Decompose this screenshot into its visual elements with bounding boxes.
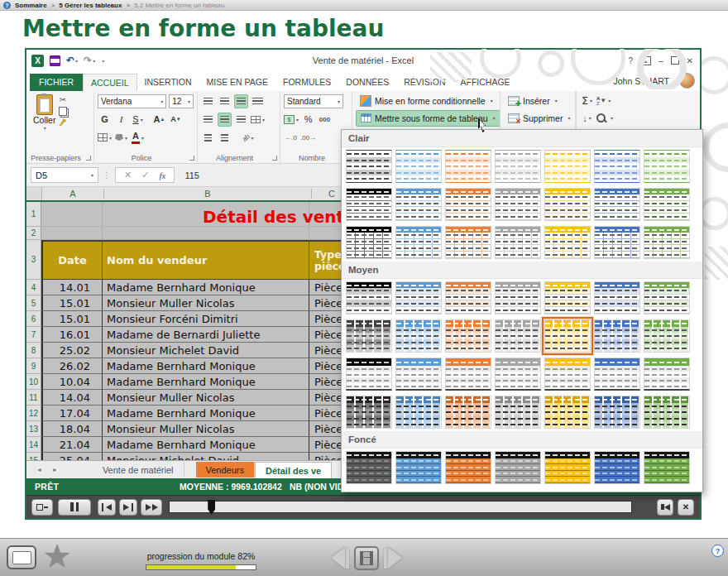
- table-style-swatch[interactable]: [594, 281, 640, 314]
- cell[interactable]: Madame Bernhard Monique: [103, 280, 309, 295]
- row-header[interactable]: 15: [26, 453, 41, 460]
- row-header[interactable]: 11: [26, 390, 41, 406]
- fill-down-icon[interactable]: ↓▾: [580, 111, 594, 125]
- table-style-swatch[interactable]: [594, 319, 640, 353]
- percent-icon[interactable]: %: [301, 113, 315, 127]
- decrease-decimal-icon[interactable]: .00→: [300, 131, 316, 145]
- cell[interactable]: Madame Bernhard Monique: [103, 437, 309, 453]
- table-style-swatch[interactable]: [544, 358, 591, 391]
- select-all-corner[interactable]: [26, 187, 42, 200]
- table-style-swatch[interactable]: [544, 396, 591, 429]
- table-style-swatch[interactable]: [346, 319, 392, 353]
- table-style-swatch[interactable]: [495, 150, 541, 183]
- table-style-swatch[interactable]: [495, 188, 541, 221]
- table-style-swatch[interactable]: [644, 319, 690, 353]
- table-style-swatch[interactable]: [495, 451, 541, 484]
- fill-color-icon[interactable]: ▾: [114, 131, 128, 145]
- tab-insertion[interactable]: INSERTION: [137, 74, 199, 91]
- format-painter-icon[interactable]: [59, 118, 66, 126]
- player-next-button[interactable]: [119, 499, 137, 516]
- cell[interactable]: Monsieur Muller Nicolas: [103, 421, 309, 437]
- cell[interactable]: Nom du vendeur: [103, 240, 309, 280]
- footer-help-icon[interactable]: ?: [711, 545, 724, 557]
- cell[interactable]: 25.04: [41, 453, 103, 460]
- font-color-icon[interactable]: A▾: [131, 131, 145, 145]
- row-header[interactable]: 8: [26, 343, 41, 358]
- row-header[interactable]: 12: [26, 406, 41, 421]
- font-name-select[interactable]: Verdana▾: [98, 94, 166, 108]
- player-seek-bar[interactable]: [169, 501, 632, 513]
- tab-revision[interactable]: RÉVISION: [396, 74, 453, 91]
- tab-affichage[interactable]: AFFICHAGE: [453, 74, 517, 91]
- underline-button[interactable]: S▾: [131, 113, 145, 127]
- formula-value[interactable]: 115: [184, 170, 199, 180]
- player-close-button[interactable]: ✕: [678, 499, 694, 516]
- table-style-swatch[interactable]: [395, 396, 442, 429]
- increase-indent-icon[interactable]: [218, 131, 232, 145]
- player-volume-button[interactable]: [657, 499, 673, 516]
- table-style-swatch[interactable]: [644, 188, 690, 221]
- table-style-swatch[interactable]: [594, 451, 640, 484]
- row-header[interactable]: 9: [26, 358, 41, 374]
- copy-icon[interactable]: [59, 107, 67, 116]
- table-style-swatch[interactable]: [644, 451, 690, 484]
- next-slide-button[interactable]: [384, 547, 402, 569]
- dialog-launcher-icon[interactable]: [272, 156, 277, 161]
- cell[interactable]: 14.04: [41, 390, 103, 406]
- row-header[interactable]: 5: [26, 295, 41, 311]
- table-style-swatch[interactable]: [395, 188, 442, 221]
- close-icon[interactable]: ✕: [687, 56, 693, 65]
- decrease-font-icon[interactable]: A▼: [169, 113, 183, 127]
- table-style-swatch[interactable]: [495, 281, 541, 314]
- sheet-nav-right-icon[interactable]: ►: [52, 467, 68, 473]
- table-style-swatch[interactable]: [445, 226, 491, 259]
- cell[interactable]: Madame Bernhard Monique: [103, 358, 309, 374]
- media-button[interactable]: [354, 546, 379, 570]
- table-style-swatch[interactable]: [594, 358, 640, 391]
- orientation-icon[interactable]: ab▾: [241, 131, 255, 145]
- row-header[interactable]: 4: [26, 280, 41, 295]
- italic-button[interactable]: I: [114, 113, 128, 127]
- number-format-select[interactable]: Standard▾: [284, 94, 343, 108]
- cell[interactable]: Date: [41, 240, 103, 280]
- table-style-swatch[interactable]: [644, 226, 690, 259]
- font-size-select[interactable]: 12▾: [169, 94, 194, 108]
- cell[interactable]: Monsieur Muller Nicolas: [103, 295, 309, 311]
- cell[interactable]: 15.01: [41, 295, 103, 311]
- table-style-swatch[interactable]: [544, 150, 591, 183]
- row-header[interactable]: 2: [26, 227, 41, 240]
- row-header[interactable]: 7: [26, 327, 41, 343]
- player-previous-button[interactable]: [98, 499, 116, 516]
- excel-help-icon[interactable]: ?: [628, 56, 633, 65]
- cancel-entry-icon[interactable]: ✕: [124, 170, 132, 180]
- sheet-tab-detail[interactable]: Détail des ve: [255, 462, 332, 478]
- row-header[interactable]: 1: [26, 202, 41, 227]
- cell[interactable]: [41, 202, 103, 227]
- dialog-launcher-icon[interactable]: [189, 156, 194, 161]
- align-top-icon[interactable]: [201, 94, 215, 108]
- quick-access-customize-icon[interactable]: ▾: [101, 58, 104, 64]
- table-style-swatch[interactable]: [644, 281, 690, 314]
- delete-cells-button[interactable]: ✕ Supprimer▾: [504, 110, 574, 127]
- cell[interactable]: [41, 227, 103, 240]
- row-header[interactable]: 10: [26, 374, 41, 390]
- table-style-swatch[interactable]: [395, 226, 442, 259]
- save-icon[interactable]: [50, 55, 60, 66]
- align-left-icon[interactable]: [201, 113, 215, 127]
- table-style-swatch[interactable]: [445, 358, 491, 391]
- tab-donnees[interactable]: DONNÉES: [338, 74, 396, 91]
- table-style-swatch[interactable]: [544, 188, 591, 221]
- currency-icon[interactable]: $▾: [284, 113, 299, 127]
- paste-button[interactable]: Coller ▾: [30, 92, 59, 152]
- cell[interactable]: 26.02: [41, 358, 103, 374]
- table-style-swatch[interactable]: [644, 150, 690, 183]
- player-seek-handle[interactable]: [208, 500, 215, 515]
- column-header-b[interactable]: B: [104, 189, 312, 199]
- minimize-icon[interactable]: –: [659, 56, 663, 65]
- tab-mise-en-page[interactable]: MISE EN PAGE: [199, 74, 276, 91]
- name-box[interactable]: D5▾: [31, 167, 98, 183]
- tab-fichier[interactable]: FICHIER: [30, 74, 83, 91]
- tab-formules[interactable]: FORMULES: [275, 74, 338, 91]
- merge-center-icon[interactable]: ▾: [251, 113, 265, 127]
- table-style-swatch[interactable]: [594, 226, 640, 259]
